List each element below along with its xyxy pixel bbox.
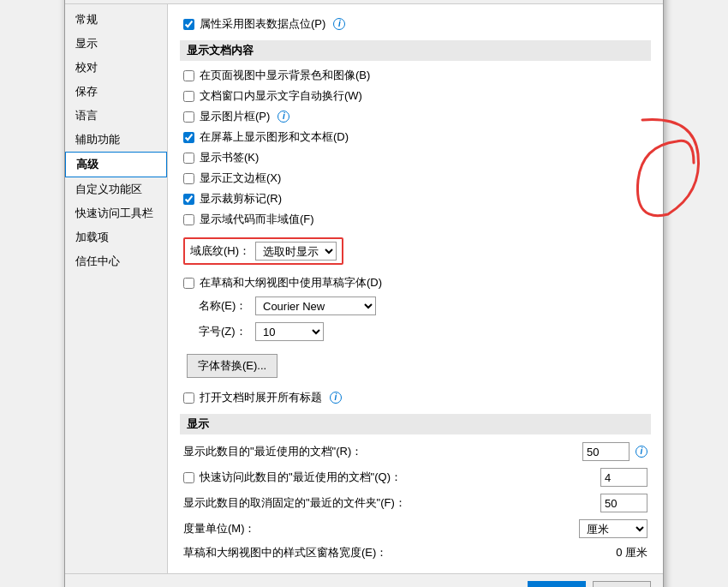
cb-fieldcodes[interactable]	[183, 214, 194, 225]
doc-option-shapes: 在屏幕上显示图形和文本框(D)	[180, 128, 651, 147]
cb-shapes[interactable]	[183, 132, 194, 143]
doc-option-bookmarks: 显示书签(K)	[180, 148, 651, 167]
font-size-label: 字号(Z)：	[199, 324, 250, 339]
sidebar-item-quick-access[interactable]: 快速访问工具栏	[65, 201, 167, 225]
doc-option-crop: 显示裁剪标记(R)	[180, 189, 651, 208]
quick-access-row: 快速访问此数目的"最近使用的文档"(Q)：	[180, 465, 651, 489]
cb-textboundary[interactable]	[183, 173, 194, 184]
cb-quick-access[interactable]	[183, 472, 194, 483]
top-info-icon[interactable]: i	[333, 18, 345, 30]
top-checkbox[interactable]	[183, 19, 194, 30]
cb-draft[interactable]	[183, 278, 194, 289]
dialog-footer: 确定 取消	[65, 573, 663, 587]
cb-bookmarks[interactable]	[183, 153, 194, 164]
cb-img[interactable]	[183, 111, 194, 123]
font-name-row: 名称(E)： Courier New Arial Times New Roman	[180, 294, 651, 318]
font-size-row: 字号(Z)： 8 9 10 11 12	[180, 320, 651, 344]
section-display-doc: 显示文档内容	[180, 40, 651, 61]
doc-option-textboundary: 显示正文边框(X)	[180, 169, 651, 188]
font-replace-button[interactable]: 字体替换(E)...	[187, 354, 277, 378]
word-options-dialog: Word 选项 ? ✕ 常规 显示 校对 保存 语言 辅助功能 高级 自定义功能…	[64, 0, 664, 587]
doc-option-img: 显示图片框(P) i	[180, 107, 651, 126]
recent-folders-input[interactable]	[600, 494, 647, 512]
font-size-select[interactable]: 8 9 10 11 12	[255, 322, 324, 341]
ok-button[interactable]: 确定	[528, 581, 586, 587]
measure-unit-select[interactable]: 厘米 英寸 毫米	[579, 519, 647, 538]
sidebar-item-accessibility[interactable]: 辅助功能	[65, 128, 167, 152]
sidebar-item-trust-center[interactable]: 信任中心	[65, 249, 167, 273]
measure-unit-row: 度量单位(M)： 厘米 英寸 毫米	[180, 517, 651, 541]
recent-docs-label: 显示此数目的"最近使用的文档"(R)：	[183, 444, 577, 459]
expand-headings-row: 打开文档时展开所有标题 i	[180, 388, 651, 407]
cancel-button[interactable]: 取消	[593, 581, 651, 587]
cb-wrap[interactable]	[183, 91, 194, 102]
sidebar-item-language[interactable]: 语言	[65, 104, 167, 128]
fieldshading-row: 域底纹(H)： 从不显示 始终显示 选取时显示	[183, 237, 343, 265]
top-option-row: 属性采用图表数据点位(P) i	[180, 15, 651, 33]
bottom-truncated-row: 草稿和大纲视图中的样式区窗格宽度(E)： 0 厘米	[180, 542, 651, 563]
doc-option-wrap: 文档窗口内显示文字自动换行(W)	[180, 87, 651, 105]
measure-unit-label: 度量单位(M)：	[183, 521, 574, 536]
bottom-value: 0 厘米	[616, 545, 647, 560]
font-name-select[interactable]: Courier New Arial Times New Roman	[255, 296, 376, 315]
dialog-body: 常规 显示 校对 保存 语言 辅助功能 高级 自定义功能区 快速访问工具栏 加载…	[65, 4, 663, 573]
expand-headings-info-icon[interactable]: i	[330, 392, 342, 404]
sidebar-item-advanced[interactable]: 高级	[65, 152, 167, 177]
draft-option-row: 在草稿和大纲视图中使用草稿字体(D)	[180, 273, 651, 292]
doc-option-bg: 在页面视图中显示背景色和图像(B)	[180, 66, 651, 85]
top-checkbox-label[interactable]: 属性采用图表数据点位(P) i	[183, 16, 345, 32]
recent-folders-label: 显示此数目的取消固定的"最近的文件夹"(F)：	[183, 495, 595, 511]
sidebar-item-display[interactable]: 显示	[65, 32, 167, 56]
recent-docs-row: 显示此数目的"最近使用的文档"(R)： i	[180, 440, 651, 464]
img-info-icon[interactable]: i	[277, 111, 289, 123]
recent-docs-info-icon[interactable]: i	[636, 446, 647, 458]
sidebar-item-customize-ribbon[interactable]: 自定义功能区	[65, 177, 167, 201]
bottom-truncated-label: 草稿和大纲视图中的样式区窗格宽度(E)：	[183, 545, 611, 560]
content-area: 属性采用图表数据点位(P) i 显示文档内容 在页面视图中显示背景色和图像(B)…	[168, 4, 663, 573]
sidebar: 常规 显示 校对 保存 语言 辅助功能 高级 自定义功能区 快速访问工具栏 加载…	[65, 4, 168, 573]
fieldshading-label: 域底纹(H)：	[190, 243, 250, 259]
fieldshading-select[interactable]: 从不显示 始终显示 选取时显示	[255, 242, 337, 261]
doc-option-fieldcodes: 显示域代码而非域值(F)	[180, 210, 651, 229]
sidebar-item-general[interactable]: 常规	[65, 8, 167, 32]
recent-docs-input[interactable]	[582, 442, 630, 461]
sidebar-item-proofing[interactable]: 校对	[65, 56, 167, 80]
section-display: 显示	[180, 414, 651, 434]
quick-access-input[interactable]	[600, 468, 647, 487]
cb-crop[interactable]	[183, 194, 194, 205]
cb-expand-headings[interactable]	[183, 392, 194, 404]
sidebar-item-addins[interactable]: 加载项	[65, 225, 167, 249]
cb-bg[interactable]	[183, 70, 194, 81]
sidebar-item-save[interactable]: 保存	[65, 80, 167, 104]
recent-folders-row: 显示此数目的取消固定的"最近的文件夹"(F)：	[180, 491, 651, 515]
font-name-label: 名称(E)：	[199, 298, 250, 314]
